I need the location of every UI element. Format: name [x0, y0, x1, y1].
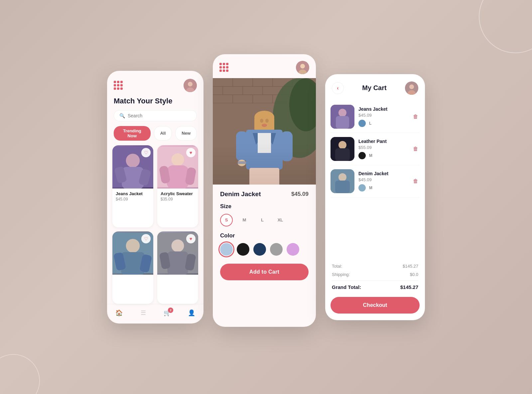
cart-item-name: Leather Pant	[358, 139, 408, 144]
product-detail-name: Denim Jacket	[220, 191, 261, 198]
wishlist-button[interactable]: ♥	[186, 148, 196, 157]
cart-item-image	[331, 169, 354, 193]
delete-item-button[interactable]: 🗑	[412, 145, 420, 153]
svg-rect-67	[335, 148, 350, 161]
color-option-3[interactable]	[270, 243, 283, 256]
color-selector	[220, 243, 309, 256]
shipping-label: Shipping:	[332, 272, 350, 277]
svg-point-69	[338, 173, 346, 181]
bg-decoration-tr	[479, 0, 532, 53]
filter-all[interactable]: All	[154, 126, 172, 141]
cart-item-size: M	[369, 153, 372, 158]
size-label: Size	[220, 203, 309, 210]
product-detail-price: $45.09	[291, 191, 309, 197]
cart-item-details: Jeans Jacket $45.09 L	[358, 106, 408, 127]
product-name-price-row: Denim Jacket $45.09	[220, 191, 309, 198]
cart-item-color	[358, 152, 366, 159]
cart-item-price: $45.09	[358, 113, 408, 118]
filter-new[interactable]: New	[175, 126, 197, 141]
screen-product-detail: Denim Jacket $45.09 Size S M L XL Color …	[213, 54, 316, 327]
s3-header: ‹ My Cart	[325, 74, 425, 101]
svg-point-1	[188, 82, 193, 86]
total-row: Total: $145.27	[332, 262, 418, 270]
cart-badge: 2	[168, 308, 173, 313]
cart-item-name: Jeans Jacket	[358, 106, 408, 112]
svg-point-19	[172, 239, 184, 252]
search-icon: 🔍	[119, 113, 125, 118]
color-option-0[interactable]	[220, 243, 233, 256]
nav-home[interactable]: 🏠	[115, 309, 123, 317]
size-option-s[interactable]: S	[220, 214, 233, 226]
product-name: Acrylic Sweater	[161, 191, 195, 196]
size-option-l[interactable]: L	[256, 214, 269, 226]
table-row: Leather Pant $55.09 M 🗑	[331, 133, 420, 165]
search-input[interactable]	[128, 113, 191, 118]
cart-items-list: Jeans Jacket $45.09 L 🗑	[325, 101, 425, 258]
color-label: Color	[220, 232, 309, 239]
cart-item-details: Leather Pant $55.09 M	[358, 139, 408, 159]
size-option-xl[interactable]: XL	[274, 214, 287, 226]
avatar[interactable]	[296, 61, 309, 74]
screen-match-your-style: Match Your Style 🔍 Trending Now All New	[107, 71, 203, 324]
wishlist-button[interactable]: ♡	[141, 148, 151, 157]
back-button[interactable]: ‹	[332, 82, 344, 94]
nav-profile[interactable]: 👤	[188, 309, 196, 317]
cart-item-size: M	[369, 186, 372, 190]
list-item: ♡	[112, 231, 153, 304]
product-info: Jeans Jacket $45.09	[112, 189, 153, 205]
cart-item-options: M	[358, 152, 408, 159]
product-info: Acrylic Sweater $35.09	[157, 189, 198, 205]
color-option-1[interactable]	[237, 243, 249, 256]
nav-cart[interactable]: 🛒 2	[163, 309, 171, 317]
svg-point-66	[338, 141, 346, 149]
wishlist-button[interactable]: ♥	[186, 234, 196, 243]
delete-item-button[interactable]: 🗑	[412, 177, 420, 186]
cart-item-price: $45.09	[358, 177, 408, 182]
svg-point-9	[172, 153, 184, 166]
total-value: $145.27	[403, 264, 418, 269]
nav-menu[interactable]: ☰	[139, 309, 147, 317]
total-label: Total:	[332, 264, 342, 269]
cart-item-details: Denim Jacket $45.09 M	[358, 171, 408, 192]
filter-trending-now[interactable]: Trending Now	[114, 126, 151, 141]
delete-item-button[interactable]: 🗑	[412, 112, 420, 121]
checkout-button[interactable]: Checkout	[331, 297, 420, 314]
svg-rect-20	[167, 251, 188, 275]
product-grid: ♡ Jeans Jacket $45.09	[107, 145, 203, 304]
shipping-value: $0.0	[410, 272, 418, 277]
cart-item-image	[331, 137, 354, 161]
heart-icon: ♥	[190, 236, 192, 241]
grand-total-row: Grand Total: $145.27	[332, 281, 418, 292]
list-item: ♡ Jeans Jacket $45.09	[112, 145, 153, 227]
cart-totals: Total: $145.27 Shipping: $0.0 Grand Tota…	[325, 258, 425, 292]
grid-icon[interactable]	[114, 81, 123, 90]
filter-tabs: Trending Now All New	[107, 126, 203, 145]
svg-point-24	[300, 64, 305, 68]
search-bar[interactable]: 🔍	[114, 110, 197, 121]
table-row: Denim Jacket $45.09 M 🗑	[331, 165, 420, 197]
cart-item-options: L	[358, 120, 408, 127]
color-option-4[interactable]	[287, 243, 299, 256]
avatar[interactable]	[405, 81, 418, 95]
grid-icon[interactable]	[219, 63, 228, 72]
image-overlay	[213, 78, 316, 185]
avatar[interactable]	[184, 79, 197, 92]
product-info	[112, 275, 153, 281]
heart-icon: ♡	[144, 236, 148, 241]
product-detail-image	[213, 78, 316, 185]
svg-point-60	[409, 84, 414, 89]
screens-container: Match Your Style 🔍 Trending Now All New	[107, 67, 425, 327]
list-item: ♥ Acrylic Sweater $35.09	[157, 145, 198, 227]
svg-point-14	[126, 239, 140, 253]
add-to-cart-button[interactable]: Add to Cart	[220, 264, 309, 280]
svg-rect-10	[167, 165, 189, 189]
svg-point-4	[126, 154, 140, 168]
size-option-m[interactable]: M	[238, 214, 251, 226]
product-detail-info: Denim Jacket $45.09 Size S M L XL Color …	[213, 185, 316, 280]
cart-item-name: Denim Jacket	[358, 171, 408, 176]
wishlist-button[interactable]: ♡	[141, 234, 151, 243]
screen-my-cart: ‹ My Cart	[325, 74, 425, 320]
product-price: $45.09	[116, 197, 150, 201]
product-name: Jeans Jacket	[116, 191, 150, 196]
color-option-2[interactable]	[253, 243, 266, 256]
